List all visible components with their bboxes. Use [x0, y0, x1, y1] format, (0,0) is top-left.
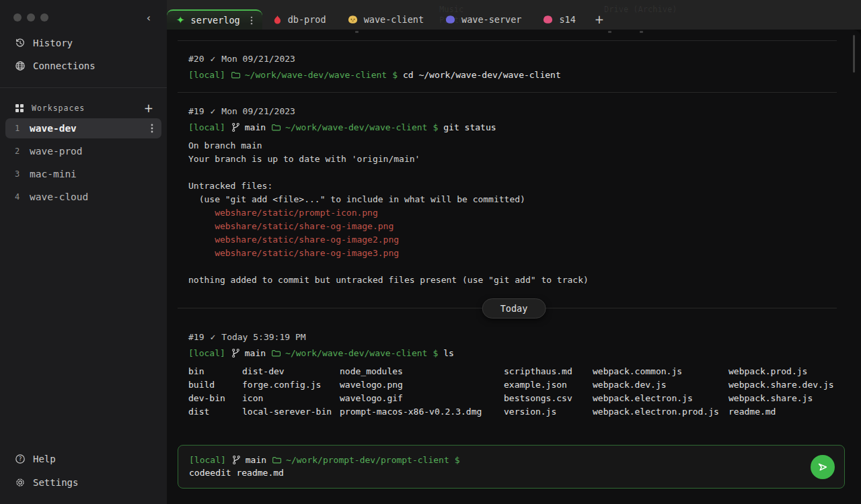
- workspace-item-wave-dev[interactable]: 1 wave-dev: [5, 118, 161, 138]
- file-name: local-serever-bin: [242, 405, 340, 419]
- prompt-branch: main: [245, 348, 266, 358]
- prompt-host: [local]: [188, 70, 225, 80]
- prompt-host: [local]: [188, 122, 225, 132]
- window-traffic-lights[interactable]: [13, 13, 48, 22]
- command-number: #20: [188, 54, 204, 64]
- tab-serverlog[interactable]: ✦ serverlog: [167, 9, 262, 30]
- output-line: [188, 260, 861, 274]
- file-name: dist: [188, 405, 242, 419]
- run-command-button[interactable]: [811, 455, 835, 479]
- check-icon: ✓: [210, 106, 215, 116]
- window-close-button[interactable]: [13, 13, 22, 22]
- today-divider: Today: [167, 298, 861, 319]
- workspace-item-wave-prod[interactable]: 2 wave-prod: [5, 141, 161, 161]
- sidebar-item-connections[interactable]: Connections: [15, 60, 96, 71]
- output-line: On branch main: [188, 139, 861, 153]
- gear-icon: [15, 477, 26, 488]
- today-pill-button[interactable]: Today: [482, 298, 546, 319]
- command-meta-line: #19✓Today 5:39:19 PM: [188, 330, 861, 343]
- command-meta-line: #20✓Mon 09/21/2023: [188, 52, 861, 65]
- sidebar-item-label: Connections: [33, 60, 96, 71]
- tab-bar: Music Pictures Drive (Archive) ✦ serverl…: [167, 0, 861, 30]
- file-name: example.json: [504, 378, 593, 392]
- file-name: webpack.electron.js: [593, 392, 728, 405]
- git-branch-icon: [231, 122, 241, 132]
- add-workspace-button[interactable]: +: [144, 101, 153, 115]
- workspaces-header: Workspaces +: [15, 101, 153, 115]
- workspace-name: wave-cloud: [30, 192, 88, 202]
- tab-label: s14: [559, 14, 575, 25]
- sidebar-divider: [0, 87, 167, 88]
- workspace-index: 4: [15, 192, 30, 202]
- untracked-file-line: webshare/static/share-og-image2.png: [188, 233, 861, 247]
- sidebar-collapse-icon[interactable]: ‹: [145, 13, 152, 23]
- file-name: readme.md: [728, 405, 861, 419]
- check-icon: ✓: [210, 54, 215, 64]
- folder-icon: [271, 348, 281, 358]
- workspaces-header-label: Workspaces: [32, 103, 85, 113]
- sidebar: ‹ History Connections Workspaces + 1 wav…: [0, 0, 167, 504]
- clipped-line-fragment: [355, 31, 359, 33]
- flame-icon: [273, 15, 282, 25]
- prompt-dollar: $: [455, 455, 460, 465]
- sidebar-item-history[interactable]: History: [15, 38, 73, 48]
- file-name: webpack.electron.prod.js: [593, 405, 728, 419]
- workspace-index: 1: [15, 124, 30, 133]
- file-name: webpack.share.dev.js: [728, 378, 861, 392]
- tab-db-prod[interactable]: db-prod: [262, 9, 337, 30]
- git-branch-icon: [231, 348, 241, 358]
- input-prompt-line: [local] main ~/work/prompt-dev/prompt-cl…: [189, 453, 833, 466]
- workspace-item-mac-mini[interactable]: 3 mac-mini: [5, 164, 161, 184]
- prompt-dollar: $: [433, 348, 438, 358]
- command-text: cd ~/work/wave-dev/wave-client: [403, 70, 561, 80]
- send-icon: [816, 460, 829, 474]
- history-divider: [178, 40, 837, 41]
- command-input-text[interactable]: codeedit readme.md: [189, 466, 833, 480]
- add-tab-button[interactable]: +: [587, 9, 612, 30]
- prompt-host: [local]: [189, 455, 226, 465]
- sparkle-icon: ✦: [176, 14, 185, 26]
- command-input-box[interactable]: [local] main ~/work/prompt-dev/prompt-cl…: [178, 445, 845, 489]
- tab-label: db-prod: [288, 14, 326, 25]
- workspace-index: 3: [15, 169, 30, 179]
- scrollbar-thumb[interactable]: [853, 35, 855, 73]
- prompt-line: [local] main ~/work/wave-dev/wave-client…: [188, 346, 861, 360]
- prompt-line: [local] main ~/work/wave-dev/wave-client…: [188, 120, 861, 134]
- prompt-path: ~/work/prompt-dev/prompt-client: [286, 455, 449, 465]
- workspace-item-wave-cloud[interactable]: 4 wave-cloud: [5, 187, 161, 207]
- tab-wave-server[interactable]: wave-server: [435, 9, 532, 30]
- file-name: bestsongs.csv: [504, 392, 593, 405]
- sidebar-item-settings[interactable]: Settings: [15, 477, 78, 488]
- terminal-panel: #20✓Mon 09/21/2023 [local] ~/work/wave-d…: [167, 30, 861, 504]
- svg-text:?: ?: [18, 456, 22, 462]
- file-name: prompt-macos-x86-v0.2.3.dmg: [340, 405, 504, 419]
- prompt-path: ~/work/wave-dev/wave-client: [285, 348, 427, 358]
- sidebar-item-help[interactable]: ? Help: [15, 454, 56, 464]
- history-icon: [15, 38, 26, 48]
- tab-menu-kebab-icon[interactable]: [250, 16, 253, 25]
- workspace-name: mac-mini: [30, 169, 77, 179]
- check-icon: ✓: [210, 332, 215, 342]
- tab-s14[interactable]: s14: [532, 9, 586, 30]
- workspace-name: wave-prod: [30, 146, 83, 157]
- workspace-menu-kebab-icon[interactable]: [151, 124, 153, 133]
- sidebar-item-label: Help: [33, 454, 56, 464]
- ls-output-grid: bin dist-dev node_modules scripthaus.md …: [188, 365, 861, 419]
- tab-label: wave-server: [461, 14, 521, 25]
- pink-blob-icon: [543, 15, 553, 24]
- blue-blob-icon: [445, 15, 455, 24]
- command-meta-line: #19✓Mon 09/21/2023: [188, 104, 861, 118]
- file-name: bin: [188, 365, 242, 378]
- folder-icon: [231, 70, 241, 80]
- file-name: build: [188, 378, 242, 392]
- output-line: [188, 166, 861, 179]
- window-zoom-button[interactable]: [40, 13, 48, 22]
- window-minimize-button[interactable]: [27, 13, 35, 22]
- yellow-blob-face-icon: [348, 15, 358, 24]
- clipped-line-fragment: [640, 31, 643, 33]
- file-name: webpack.dev.js: [593, 378, 728, 392]
- file-name: forge.config.js: [242, 378, 340, 392]
- untracked-file-line: webshare/static/prompt-icon.png: [188, 206, 861, 220]
- prompt-dollar: $: [392, 70, 398, 80]
- tab-wave-client[interactable]: wave-client: [337, 9, 435, 30]
